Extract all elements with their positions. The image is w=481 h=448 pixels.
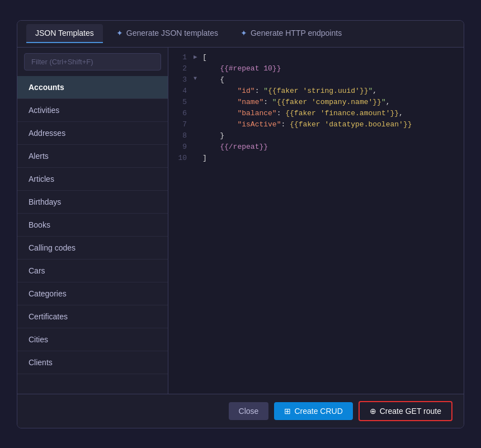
list-item-alerts-label: Alerts (29, 152, 49, 161)
code-line-5: 5 "name": "{{faker 'company.name'}}", (168, 98, 464, 109)
get-label: Create GET route (380, 407, 441, 416)
sidebar: Accounts Activities Addresses Alerts Art… (17, 48, 168, 394)
tab-generate-http[interactable]: ✦ Generate HTTP endpoints (232, 24, 351, 43)
get-icon: ⊕ (370, 407, 376, 416)
crud-label: Create CRUD (294, 407, 342, 416)
close-button[interactable]: Close (229, 402, 269, 420)
list-item-books[interactable]: Books (17, 214, 168, 237)
code-line-2: 2 {{#repeat 10}} (168, 64, 464, 76)
filter-input[interactable] (24, 53, 161, 70)
code-line-1: 1 ▶ [ (168, 53, 464, 64)
tab-generate-http-label: Generate HTTP endpoints (251, 29, 342, 37)
list-item-calling-codes[interactable]: Calling codes (17, 237, 168, 260)
list-item-articles[interactable]: Articles (17, 168, 168, 191)
list-item-activities[interactable]: Activities (17, 99, 168, 122)
footer: Close ⊞ Create CRUD ⊕ Create GET route (17, 394, 464, 428)
code-line-6: 6 "balance": {{faker 'finance.amount'}}, (168, 109, 464, 120)
list-item-certificates[interactable]: Certificates (17, 305, 168, 328)
list-item-clients[interactable]: Clients (17, 351, 168, 374)
list-item-birthdays-label: Birthdays (29, 197, 61, 206)
list-item-clients-label: Clients (29, 358, 53, 367)
list-item-articles-label: Articles (29, 175, 54, 183)
main-content: Accounts Activities Addresses Alerts Art… (17, 48, 464, 394)
list-item-addresses[interactable]: Addresses (17, 122, 168, 145)
template-list: Accounts Activities Addresses Alerts Art… (17, 76, 168, 394)
tab-json-templates[interactable]: JSON Templates (26, 24, 103, 43)
code-line-4: 4 "id": "{{faker 'string.uuid'}}", (168, 87, 464, 98)
code-line-7: 7 "isActive": {{faker 'datatype.boolean'… (168, 120, 464, 131)
tab-json-templates-label: JSON Templates (35, 29, 94, 37)
list-item-cars-label: Cars (29, 266, 45, 275)
tab-generate-json-label: Generate JSON templates (126, 29, 218, 37)
modal: JSON Templates ✦ Generate JSON templates… (17, 20, 464, 428)
list-item-certificates-label: Certificates (29, 312, 68, 321)
close-label: Close (239, 407, 259, 416)
list-item-alerts[interactable]: Alerts (17, 145, 168, 168)
list-item-cities-label: Cities (29, 335, 48, 344)
create-get-route-button[interactable]: ⊕ Create GET route (359, 401, 452, 421)
code-editor[interactable]: 1 ▶ [ 2 {{#repeat 10}} 3 ▼ { 4 "id": "{{… (168, 48, 464, 394)
sparkle-icon-1: ✦ (116, 29, 123, 37)
list-item-categories[interactable]: Categories (17, 282, 168, 305)
list-item-calling-codes-label: Calling codes (29, 243, 76, 252)
crud-icon: ⊞ (284, 407, 291, 416)
tab-bar: JSON Templates ✦ Generate JSON templates… (17, 21, 464, 48)
list-item-addresses-label: Addresses (29, 129, 65, 138)
code-line-3: 3 ▼ { (168, 76, 464, 87)
code-line-10: 10 ] (168, 154, 464, 165)
list-item-cities[interactable]: Cities (17, 328, 168, 351)
list-item-accounts-label: Accounts (29, 83, 64, 92)
sparkle-icon-2: ✦ (240, 29, 247, 37)
list-item-birthdays[interactable]: Birthdays (17, 191, 168, 214)
create-crud-button[interactable]: ⊞ Create CRUD (274, 402, 352, 420)
code-line-8: 8 } (168, 131, 464, 143)
list-item-cars[interactable]: Cars (17, 260, 168, 282)
list-item-books-label: Books (29, 220, 50, 229)
list-item-categories-label: Categories (29, 289, 67, 298)
code-line-9: 9 {{/repeat}} (168, 143, 464, 154)
tab-generate-json[interactable]: ✦ Generate JSON templates (107, 24, 227, 43)
list-item-accounts[interactable]: Accounts (17, 76, 168, 99)
list-item-activities-label: Activities (29, 106, 59, 115)
